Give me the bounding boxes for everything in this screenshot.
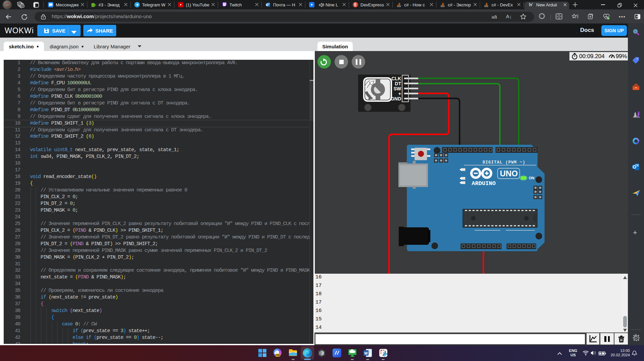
svg-text:CLK: CLK — [391, 76, 401, 81]
svg-text:UNO: UNO — [500, 169, 518, 178]
svg-text:+: + — [398, 91, 401, 96]
svg-text:W: W — [528, 2, 533, 7]
svg-text:PRE: PRE — [275, 354, 280, 356]
svg-text:ON: ON — [529, 176, 534, 180]
svg-text:SW: SW — [393, 86, 401, 91]
svg-text:W: W — [364, 351, 368, 355]
svg-text:DIGITAL (PWM ~): DIGITAL (PWM ~) — [482, 160, 525, 165]
svg-text:WΟKWi: WΟKWi — [5, 26, 34, 35]
svg-text:DT: DT — [395, 81, 401, 86]
svg-text:ARDUINO: ARDUINO — [472, 180, 496, 187]
svg-text:GND: GND — [391, 96, 401, 101]
